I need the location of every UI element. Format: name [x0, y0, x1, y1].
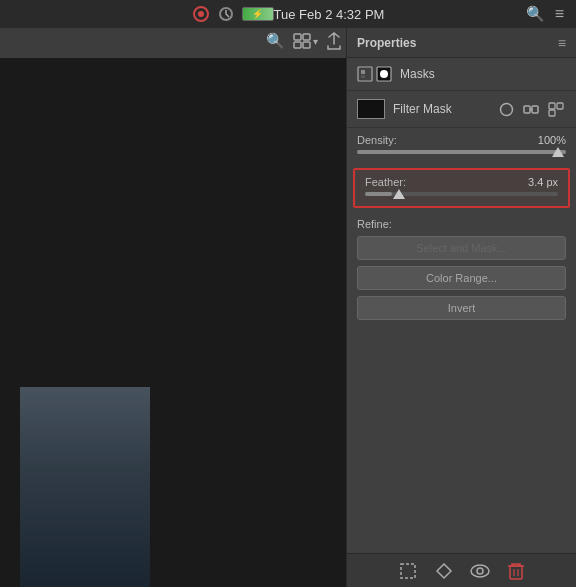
arrange-icon[interactable] [293, 33, 311, 49]
svg-rect-3 [294, 34, 301, 40]
density-label-row: Density: 100% [357, 134, 566, 146]
svg-marker-20 [437, 564, 451, 578]
zoom-icon[interactable]: 🔍 [266, 32, 285, 50]
masks-row: Masks [347, 58, 576, 91]
vector-mask-icon[interactable] [376, 66, 392, 82]
canvas-area: 🔍 ▾ » [0, 28, 346, 587]
svg-rect-13 [524, 106, 530, 113]
menubar-time: Tue Feb 2 4:32 PM [274, 7, 385, 22]
select-icon[interactable] [397, 560, 419, 582]
app-icon-1 [192, 5, 210, 23]
feather-row: Feather: 3.4 px [353, 168, 570, 208]
density-label: Density: [357, 134, 397, 146]
menu-bar: ⚡ Tue Feb 2 4:32 PM 🔍 ≡ [0, 0, 576, 28]
svg-rect-4 [303, 34, 310, 40]
mask-circle-icon[interactable] [496, 100, 516, 118]
svg-rect-6 [303, 42, 310, 48]
density-slider-fill [357, 150, 566, 154]
arrange-dropdown[interactable]: ▾ [313, 36, 318, 47]
battery-icon: ⚡ [242, 7, 274, 21]
panel-header: Properties ≡ [347, 28, 576, 58]
svg-point-1 [198, 11, 204, 17]
svg-point-21 [471, 565, 489, 577]
filter-mask-row: Filter Mask [347, 91, 576, 128]
refine-label: Refine: [357, 218, 407, 230]
invert-button[interactable]: Invert [357, 296, 566, 320]
trash-icon[interactable] [505, 560, 527, 582]
mask-link-icon[interactable] [521, 100, 541, 118]
share-icon[interactable] [326, 32, 342, 50]
filter-mask-actions [496, 100, 566, 118]
svg-rect-9 [361, 75, 365, 78]
panel-spacer [347, 326, 576, 553]
svg-rect-5 [294, 42, 301, 48]
panel-title: Properties [357, 36, 416, 50]
svg-rect-8 [361, 70, 365, 74]
pixel-mask-icon[interactable] [357, 66, 373, 82]
masks-icon-group [357, 66, 392, 82]
svg-point-12 [500, 103, 512, 115]
color-range-button[interactable]: Color Range... [357, 266, 566, 290]
masks-label: Masks [400, 67, 435, 81]
svg-point-11 [380, 70, 388, 78]
menubar-search-icon[interactable]: 🔍 [526, 5, 545, 23]
menubar-center: Tue Feb 2 4:32 PM [274, 7, 385, 22]
density-value: 100% [538, 134, 566, 146]
eye-icon[interactable] [469, 560, 491, 582]
menubar-right[interactable]: 🔍 ≡ [526, 5, 564, 23]
canvas-top-toolbar: 🔍 ▾ [266, 32, 342, 50]
main-area: 🔍 ▾ » Pr [0, 28, 576, 587]
svg-rect-17 [557, 103, 563, 109]
edit-icon[interactable] [433, 560, 455, 582]
app-icon-2 [218, 6, 234, 22]
properties-panel: Properties ≡ Masks F [346, 28, 576, 587]
arrange-icon-group[interactable]: ▾ [293, 33, 318, 49]
svg-point-22 [477, 568, 483, 574]
canvas-image [20, 387, 150, 587]
feather-label-row: Feather: 3.4 px [365, 176, 558, 188]
density-slider-thumb[interactable] [552, 147, 564, 157]
select-and-mask-button[interactable]: Select and Mask... [357, 236, 566, 260]
bottom-toolbar [347, 553, 576, 587]
menubar-menu-icon[interactable]: ≡ [555, 5, 564, 23]
feather-slider-fill [365, 192, 392, 196]
feather-value: 3.4 px [528, 176, 558, 188]
mask-apply-icon[interactable] [546, 100, 566, 118]
svg-rect-23 [510, 566, 522, 579]
refine-label-row: Refine: [357, 218, 566, 230]
density-row: Density: 100% [347, 128, 576, 164]
panel-menu-icon[interactable]: ≡ [558, 35, 566, 51]
feather-slider-thumb[interactable] [393, 189, 405, 199]
refine-section: Refine: Select and Mask... Color Range..… [347, 212, 576, 326]
menubar-left-icons: ⚡ [192, 5, 274, 23]
feather-label: Feather: [365, 176, 406, 188]
filter-mask-thumbnail [357, 99, 385, 119]
svg-rect-14 [532, 106, 538, 113]
svg-rect-19 [401, 564, 415, 578]
feather-slider[interactable] [365, 192, 558, 196]
filter-mask-label: Filter Mask [393, 102, 488, 116]
svg-rect-16 [549, 103, 555, 109]
refine-buttons: Select and Mask... Color Range... Invert [357, 236, 566, 320]
svg-rect-18 [549, 110, 555, 116]
density-slider[interactable] [357, 150, 566, 154]
canvas-dark-frame [0, 58, 346, 587]
